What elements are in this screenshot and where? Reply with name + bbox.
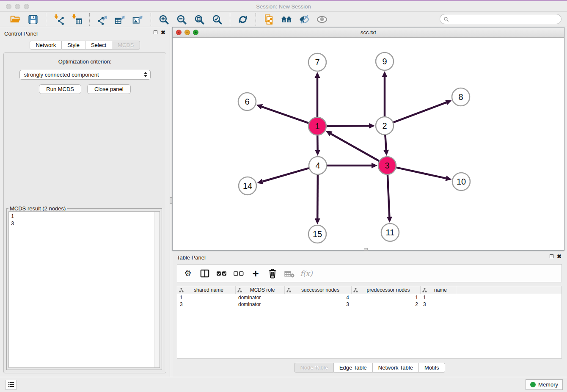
graph-edge-4-15[interactable]	[317, 175, 318, 218]
window-title: Session: New Session	[0, 3, 567, 10]
graph-arrowhead-2-8	[445, 100, 451, 105]
table-cell[interactable]: dominator	[236, 301, 285, 308]
table-row[interactable]: 1dominator411	[177, 294, 561, 301]
graph-edge-3-11[interactable]	[388, 175, 389, 217]
graph-arrowhead-3-11	[387, 217, 392, 223]
export-image-icon[interactable]	[131, 13, 145, 26]
graph-arrowhead-4-3	[372, 163, 377, 168]
table-cell[interactable]: 3	[177, 301, 236, 308]
tab-select[interactable]: Select	[85, 41, 112, 50]
table-cell[interactable]: 4	[285, 294, 352, 301]
home-icon[interactable]	[280, 13, 293, 26]
graph-node-label-10: 10	[457, 177, 466, 186]
graph-arrowhead-1-2	[369, 123, 375, 129]
close-panel-icon[interactable]: ✖	[161, 30, 165, 34]
tab-network[interactable]: Network	[30, 41, 62, 50]
select-updown-icon	[144, 72, 147, 77]
table-cell[interactable]: dominator	[236, 294, 285, 301]
columns-icon[interactable]	[199, 268, 210, 279]
graph-edge-4-14[interactable]	[263, 168, 309, 182]
zoom-fit-icon[interactable]	[193, 13, 206, 26]
table-cell[interactable]: 1	[421, 294, 456, 301]
network-resize-grip[interactable]	[364, 248, 368, 251]
control-panel-title: Control Panel	[4, 30, 38, 37]
table-panel: Table Panel ✖ ⚙+f(x) shared nameMCDS rol…	[172, 251, 567, 377]
close-table-panel-icon[interactable]: ✖	[557, 254, 561, 258]
criterion-value: strongly connected component	[24, 72, 99, 78]
table-cell[interactable]: 1	[177, 294, 236, 301]
graph-edge-2-8[interactable]	[394, 102, 446, 122]
import-network-icon[interactable]	[52, 13, 66, 26]
clone-network-icon[interactable]	[262, 13, 275, 26]
task-history-button[interactable]	[5, 380, 17, 389]
float-table-panel-icon[interactable]	[550, 254, 553, 258]
column-header-predecessor-nodes[interactable]: predecessor nodes	[352, 286, 421, 294]
column-header-successor-nodes[interactable]: successor nodes	[285, 286, 352, 294]
tab-edge-table[interactable]: Edge Table	[334, 363, 373, 373]
column-header-shared-name[interactable]: shared name	[177, 286, 236, 294]
run-mcds-button[interactable]: Run MCDS	[39, 84, 81, 94]
search-box[interactable]	[440, 14, 561, 24]
criterion-select[interactable]: strongly connected component	[19, 70, 151, 80]
export-network-icon[interactable]	[96, 13, 109, 26]
table-cell[interactable]: 1	[352, 294, 421, 301]
graph-edge-3-1[interactable]	[331, 134, 379, 161]
table-row[interactable]: 3dominator323	[177, 301, 561, 308]
delete-row-icon[interactable]	[267, 268, 278, 279]
mcds-result-fieldset: MCDS result (2 nodes) 1 3	[6, 208, 162, 370]
column-tree-icon	[353, 288, 358, 293]
graph-edge-2-3[interactable]	[385, 135, 386, 150]
settings-icon[interactable]: ⚙	[182, 268, 193, 279]
tab-motifs[interactable]: Motifs	[419, 363, 445, 373]
import-table-icon[interactable]	[70, 13, 83, 26]
zoom-selected-icon[interactable]	[210, 13, 224, 26]
graph-node-label-14: 14	[243, 181, 252, 190]
select-all-icon[interactable]	[216, 268, 227, 279]
status-bar: Memory	[0, 377, 567, 392]
function-icon: f(x)	[301, 268, 312, 279]
graph-edge-3-10[interactable]	[396, 168, 446, 178]
graph-arrowhead-4-15	[315, 218, 320, 224]
hide-details-icon[interactable]	[297, 13, 311, 26]
float-panel-icon[interactable]	[154, 30, 157, 34]
table-cell[interactable]: 2	[352, 301, 421, 308]
search-input[interactable]	[451, 16, 558, 22]
tab-network-table[interactable]: Network Table	[373, 363, 419, 373]
table-tabs: Node TableEdge TableNetwork TableMotifs	[172, 363, 567, 373]
open-icon[interactable]	[8, 13, 22, 26]
graph-node-label-8: 8	[458, 92, 463, 102]
graph-arrowhead-1-4	[315, 150, 320, 156]
zoom-in-icon[interactable]	[157, 13, 171, 26]
close-panel-button[interactable]: Close panel	[87, 84, 131, 94]
column-tree-icon	[286, 288, 291, 293]
mcds-result-text[interactable]: 1 3	[8, 211, 160, 368]
graph-arrowhead-1-7	[315, 72, 320, 78]
column-header-MCDS-role[interactable]: MCDS role	[236, 286, 285, 294]
network-window: × − + scc.txt 7968124314101511	[172, 27, 564, 251]
graph-edge-1-2[interactable]	[327, 126, 369, 126]
network-canvas[interactable]: 7968124314101511	[173, 38, 564, 250]
tab-style[interactable]: Style	[62, 41, 85, 50]
graph-node-label-3: 3	[385, 161, 389, 170]
refresh-icon[interactable]	[236, 13, 250, 26]
tab-node-table[interactable]: Node Table	[294, 363, 334, 373]
graph-node-label-7: 7	[315, 58, 319, 67]
network-window-titlebar[interactable]: × − + scc.txt	[173, 28, 564, 38]
birdseye-icon[interactable]	[315, 13, 329, 26]
table-cell[interactable]: 3	[285, 301, 352, 308]
export-table-icon[interactable]	[113, 13, 127, 26]
deselect-all-icon[interactable]	[233, 268, 244, 279]
tab-mcds[interactable]: MCDS	[112, 41, 140, 50]
zoom-out-icon[interactable]	[175, 13, 188, 26]
control-panel: Control Panel ✖ NetworkStyleSelectMCDS O…	[0, 27, 170, 377]
add-row-icon[interactable]: +	[250, 268, 261, 279]
memory-button[interactable]: Memory	[526, 379, 563, 390]
graph-edge-1-6[interactable]	[262, 107, 308, 123]
result-scrollbar[interactable]	[154, 212, 160, 367]
save-icon[interactable]	[26, 13, 40, 26]
graph-arrowhead-2-3	[383, 150, 389, 156]
table-cell[interactable]: 3	[421, 301, 456, 308]
main-toolbar	[0, 12, 567, 27]
graph-arrowhead-1-6	[256, 104, 263, 109]
column-header-name[interactable]: name	[421, 286, 456, 294]
